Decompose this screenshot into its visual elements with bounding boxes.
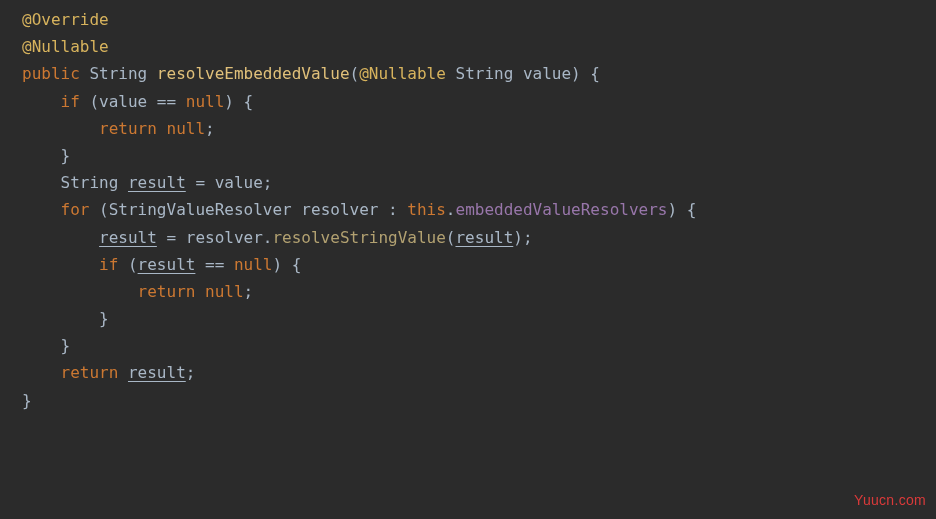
code-token bbox=[22, 92, 61, 111]
code-token: } bbox=[22, 391, 32, 410]
code-token: result bbox=[99, 228, 157, 247]
code-line: for (StringValueResolver resolver : this… bbox=[22, 196, 936, 223]
code-token: result bbox=[128, 363, 186, 382]
code-token bbox=[22, 228, 99, 247]
code-token: if bbox=[61, 92, 80, 111]
code-token: String value) { bbox=[446, 64, 600, 83]
code-token: ); bbox=[513, 228, 532, 247]
code-token: this bbox=[407, 200, 446, 219]
code-token: if bbox=[99, 255, 118, 274]
code-line: } bbox=[22, 142, 936, 169]
code-token: ) { bbox=[667, 200, 696, 219]
code-token: return bbox=[61, 363, 119, 382]
code-token: @Override bbox=[22, 10, 109, 29]
code-token bbox=[22, 119, 99, 138]
code-token: ) { bbox=[224, 92, 253, 111]
watermark: Yuucn.com bbox=[854, 489, 926, 513]
code-line: } bbox=[22, 332, 936, 359]
code-token: null bbox=[186, 92, 225, 111]
code-line: @Override bbox=[22, 6, 936, 33]
code-token: for bbox=[61, 200, 90, 219]
code-token: } bbox=[22, 309, 109, 328]
code-line: result = resolver.resolveStringValue(res… bbox=[22, 224, 936, 251]
code-token bbox=[22, 363, 61, 382]
code-token: null bbox=[167, 119, 206, 138]
code-token: } bbox=[22, 146, 70, 165]
code-token bbox=[22, 255, 99, 274]
code-token: return bbox=[99, 119, 157, 138]
code-line: if (result == null) { bbox=[22, 251, 936, 278]
code-token: String bbox=[80, 64, 157, 83]
code-token: ) { bbox=[272, 255, 301, 274]
code-token: String bbox=[22, 173, 128, 192]
code-token: public bbox=[22, 64, 80, 83]
code-token: return bbox=[138, 282, 196, 301]
code-line: return result; bbox=[22, 359, 936, 386]
code-token: (StringValueResolver resolver : bbox=[89, 200, 407, 219]
code-line: } bbox=[22, 305, 936, 332]
code-token: null bbox=[234, 255, 273, 274]
code-token bbox=[195, 282, 205, 301]
code-token: result bbox=[455, 228, 513, 247]
code-token bbox=[118, 363, 128, 382]
code-token bbox=[157, 119, 167, 138]
code-token: result bbox=[128, 173, 186, 192]
code-token: ; bbox=[244, 282, 254, 301]
code-line: @Nullable bbox=[22, 33, 936, 60]
code-token: } bbox=[22, 336, 70, 355]
code-token: == bbox=[195, 255, 234, 274]
code-token: resolveStringValue bbox=[272, 228, 445, 247]
code-token: embeddedValueResolvers bbox=[456, 200, 668, 219]
code-token: ( bbox=[118, 255, 137, 274]
code-line: String result = value; bbox=[22, 169, 936, 196]
code-token: ; bbox=[186, 363, 196, 382]
code-line: if (value == null) { bbox=[22, 88, 936, 115]
code-token bbox=[22, 282, 138, 301]
code-token: (value == bbox=[80, 92, 186, 111]
code-token: = value; bbox=[186, 173, 273, 192]
code-token: @Nullable bbox=[22, 37, 109, 56]
code-line: return null; bbox=[22, 115, 936, 142]
code-token: = resolver. bbox=[157, 228, 273, 247]
code-line: } bbox=[22, 387, 936, 414]
code-block: @Override@Nullablepublic String resolveE… bbox=[0, 0, 936, 414]
code-line: public String resolveEmbeddedValue(@Null… bbox=[22, 60, 936, 87]
code-token: @Nullable bbox=[359, 64, 446, 83]
code-token: null bbox=[205, 282, 244, 301]
code-token bbox=[22, 200, 61, 219]
code-line: return null; bbox=[22, 278, 936, 305]
code-token: result bbox=[138, 255, 196, 274]
code-token: ( bbox=[350, 64, 360, 83]
code-token: resolveEmbeddedValue bbox=[157, 64, 350, 83]
code-token: ; bbox=[205, 119, 215, 138]
code-token: . bbox=[446, 200, 456, 219]
